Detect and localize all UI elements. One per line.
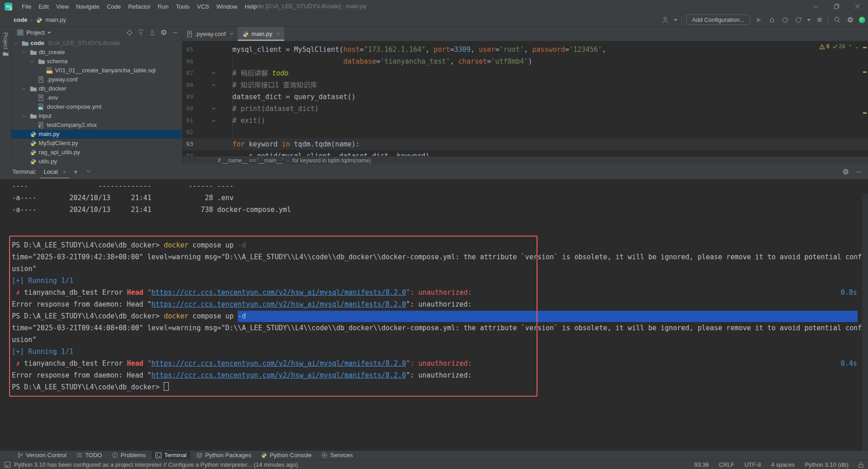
unlock-icon[interactable] bbox=[858, 462, 863, 468]
warning-stripe-mark[interactable] bbox=[863, 47, 867, 48]
code-area[interactable]: 85 mysql_client = MySqlClient(host="173.… bbox=[182, 41, 868, 156]
terminal-tab-local[interactable]: Local bbox=[44, 165, 58, 179]
terminal-options-chevron-icon[interactable] bbox=[86, 170, 91, 173]
warning-count: 6 bbox=[826, 43, 829, 50]
tool-window-label: Problems bbox=[120, 452, 146, 459]
terminal-icon bbox=[156, 453, 161, 458]
menu-item-view[interactable]: View bbox=[52, 2, 72, 11]
prev-next-problem-icons[interactable]: ⌃ ⌄ bbox=[848, 44, 860, 49]
debug-icon[interactable] bbox=[768, 15, 777, 25]
event-log-icon[interactable] bbox=[5, 462, 10, 468]
tree-item-rag_api_utils.py[interactable]: rag_api_utils.py bbox=[11, 148, 182, 157]
panel-settings-gear-icon[interactable]: ⚙ bbox=[161, 27, 167, 38]
menu-item-navigate[interactable]: Navigate bbox=[72, 2, 103, 11]
close-tab-icon[interactable]: × bbox=[230, 30, 234, 37]
editor-tab-main.py[interactable]: main.py× bbox=[238, 27, 284, 41]
terminal-output[interactable]: ---- ------------- ------ -----a---- 202… bbox=[0, 179, 868, 450]
tool-window-button-version-control[interactable]: Version Control bbox=[14, 451, 70, 459]
breadcrumb-file[interactable]: main.py bbox=[45, 16, 66, 23]
menu-bar: FileEditViewNavigateCodeRefactorRunTools… bbox=[18, 2, 261, 11]
expand-chevron-icon[interactable] bbox=[22, 48, 26, 57]
breadcrumb-project[interactable]: code bbox=[14, 16, 27, 23]
tree-item-input[interactable]: input bbox=[11, 111, 182, 121]
hide-terminal-icon[interactable] bbox=[856, 169, 862, 175]
tree-item-utils.py[interactable]: utils.py bbox=[11, 157, 182, 165]
plugin-icon[interactable] bbox=[859, 17, 865, 23]
stop-icon[interactable] bbox=[815, 15, 824, 25]
code-line-92: 92 bbox=[182, 126, 868, 138]
hide-panel-icon[interactable] bbox=[172, 27, 178, 38]
expand-chevron-icon[interactable] bbox=[30, 57, 34, 66]
tree-item-docker-compose.yml[interactable]: DCdocker-compose.yml bbox=[11, 102, 182, 111]
tool-window-button-services[interactable]: Services bbox=[318, 451, 356, 459]
user-dropdown-icon[interactable] bbox=[674, 19, 677, 21]
profiler-icon[interactable] bbox=[781, 15, 790, 25]
terminal-settings-gear-icon[interactable]: ⚙ bbox=[843, 168, 849, 176]
warning-stripe-mark[interactable] bbox=[863, 112, 867, 114]
locate-file-icon[interactable] bbox=[126, 27, 133, 38]
indent-setting[interactable]: 4 spaces bbox=[771, 461, 795, 468]
file-encoding[interactable]: UTF-8 bbox=[744, 461, 761, 468]
tree-item-schema[interactable]: schema bbox=[11, 57, 182, 66]
menu-item-code[interactable]: Code bbox=[103, 2, 125, 11]
tree-item-V01_01__create_tianyancha_table.sql[interactable]: SQLV01_01__create_tianyancha_table.sql bbox=[11, 66, 182, 75]
python-file-icon bbox=[36, 17, 42, 23]
terminal-label: Terminal: bbox=[12, 165, 36, 179]
run-options-dropdown-icon[interactable] bbox=[807, 19, 811, 21]
expand-chevron-icon[interactable] bbox=[14, 39, 18, 48]
user-icon[interactable] bbox=[661, 15, 670, 25]
menu-item-file[interactable]: File bbox=[18, 2, 35, 11]
menu-item-window[interactable]: Window bbox=[213, 2, 241, 11]
tool-window-button-terminal[interactable]: Terminal bbox=[152, 451, 190, 459]
expand-chevron-icon[interactable] bbox=[22, 111, 26, 121]
interpreter[interactable]: Python 3.10 (db) bbox=[805, 461, 848, 468]
code-line-90: 90 # print(dataset_dict) bbox=[182, 103, 868, 115]
search-icon[interactable] bbox=[833, 15, 842, 25]
caret-position[interactable]: 93:36 bbox=[694, 461, 709, 468]
tool-stripe-project[interactable]: Project bbox=[0, 32, 11, 56]
tree-item-testCompany2.xlsx[interactable]: ?testCompany2.xlsx bbox=[11, 121, 182, 130]
run-icon[interactable] bbox=[754, 15, 763, 25]
editor[interactable]: .pyway.conf×main.py× 85 mysql_client = M… bbox=[182, 27, 868, 165]
restore-icon[interactable] bbox=[826, 0, 847, 13]
project-panel-title[interactable]: Project bbox=[26, 29, 45, 36]
menu-item-tools[interactable]: Tools bbox=[172, 2, 193, 11]
menu-item-edit[interactable]: Edit bbox=[35, 2, 52, 11]
breadcrumb-statement[interactable]: for keyword in tqdm.tqdm(name) bbox=[292, 157, 371, 164]
line-ending[interactable]: CRLF bbox=[719, 461, 734, 468]
menu-item-refactor[interactable]: Refactor bbox=[125, 2, 154, 11]
close-tab-icon[interactable]: × bbox=[276, 30, 280, 37]
tree-item-main.py[interactable]: main.py bbox=[11, 130, 182, 139]
coverage-icon[interactable] bbox=[794, 15, 803, 25]
tool-window-button-problems[interactable]: Problems bbox=[108, 451, 149, 459]
collapse-all-icon[interactable] bbox=[149, 27, 156, 38]
expand-chevron-icon[interactable] bbox=[22, 84, 26, 93]
status-message[interactable]: Python 3.10 has been configured as a pro… bbox=[14, 461, 298, 468]
menu-item-run[interactable]: Run bbox=[154, 2, 172, 11]
tree-item-db_create[interactable]: db_create bbox=[11, 48, 182, 57]
minimize-icon[interactable] bbox=[805, 0, 826, 13]
menu-item-vcs[interactable]: VCS bbox=[193, 2, 213, 11]
tree-item-MySqlClient.py[interactable]: MySqlClient.py bbox=[11, 139, 182, 148]
new-terminal-icon[interactable]: + bbox=[74, 165, 78, 179]
expand-all-icon[interactable] bbox=[138, 27, 144, 38]
tree-item-code[interactable]: codeD:\A_LEE_STUDY\L4\code bbox=[11, 39, 182, 48]
project-tree[interactable]: codeD:\A_LEE_STUDY\L4\codedb_createschem… bbox=[11, 27, 182, 165]
project-dropdown-icon[interactable] bbox=[47, 32, 51, 34]
close-terminal-tab-icon[interactable]: × bbox=[63, 165, 66, 179]
tree-item-.env[interactable]: .env bbox=[11, 93, 182, 102]
breadcrumb-scope[interactable]: if __name__ == '__main__' bbox=[218, 157, 283, 164]
inspections-widget[interactable]: 6 24 ⌃ ⌄ bbox=[819, 43, 860, 50]
tool-window-button-python-packages[interactable]: Python Packages bbox=[193, 451, 255, 459]
tool-window-button-python-console[interactable]: Python Console bbox=[257, 451, 315, 459]
tree-item-.pyway.conf[interactable]: .pyway.conf bbox=[11, 75, 182, 84]
tab-label: main.py bbox=[251, 30, 272, 37]
add-configuration-button[interactable]: Add Configuration... bbox=[686, 15, 750, 25]
warning-stripe-mark[interactable] bbox=[863, 71, 867, 73]
divider bbox=[828, 16, 828, 24]
tool-window-button-todo[interactable]: TODO bbox=[73, 451, 105, 459]
close-icon[interactable] bbox=[847, 0, 868, 13]
tree-item-db_docker[interactable]: db_docker bbox=[11, 84, 182, 93]
editor-tab-.pyway.conf[interactable]: .pyway.conf× bbox=[182, 27, 238, 41]
settings-gear-icon[interactable]: ⚙ bbox=[846, 15, 855, 25]
